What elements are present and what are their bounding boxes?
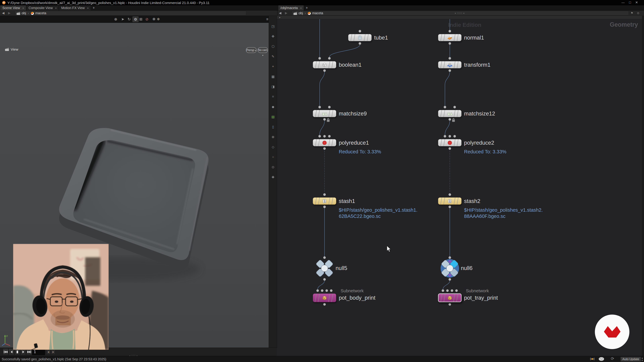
node-tube1[interactable] bbox=[348, 34, 372, 41]
network-scroll-gutter[interactable] bbox=[642, 16, 644, 356]
camera-menu[interactable]: No cam ▾ bbox=[258, 47, 268, 53]
breadcrumb-root[interactable]: obj bbox=[298, 11, 303, 15]
close-tab-icon[interactable]: × bbox=[55, 6, 57, 10]
next-keyframe-button[interactable]: |▸ bbox=[51, 350, 55, 355]
node-label: tube1 bbox=[374, 34, 388, 41]
tube-icon bbox=[357, 35, 363, 40]
titlebar: Y:/Dyne Dropbox/cd/work/dmstk_ai/7_ai_3d… bbox=[0, 0, 644, 5]
node-wing bbox=[453, 294, 461, 302]
persp-menu[interactable]: Persp ▾ bbox=[246, 47, 256, 53]
node-wing bbox=[328, 198, 336, 204]
box-pick-icon[interactable]: ⊞ bbox=[138, 16, 144, 22]
side-tool-icon-8[interactable]: ◆ bbox=[269, 105, 277, 109]
status-message: Successfully saved geo_polishes_v1.hiplc… bbox=[2, 357, 106, 361]
lock-icon bbox=[452, 118, 455, 123]
collapse-icon[interactable]: ▼ bbox=[279, 16, 281, 19]
node-info: 88AAA60F.bgeo.sc bbox=[464, 213, 506, 219]
side-tool-icon-9[interactable]: ▤ bbox=[269, 115, 277, 119]
select-arrow-icon[interactable]: ➤ bbox=[120, 16, 126, 22]
webcam-overlay bbox=[13, 244, 109, 350]
left-breadcrumb[interactable]: obj›maceta bbox=[15, 11, 246, 15]
stash-icon bbox=[322, 198, 327, 204]
node-stash1[interactable] bbox=[313, 197, 336, 205]
side-tool-icon-14[interactable]: ⊙ bbox=[269, 165, 277, 169]
node-null5[interactable] bbox=[314, 258, 335, 279]
node-null6[interactable] bbox=[440, 258, 460, 279]
update-mode-spinner[interactable]: ▲▼ bbox=[641, 357, 643, 362]
close-tab-icon[interactable]: × bbox=[87, 6, 89, 10]
gridsnap-icon[interactable]: ❄ bbox=[155, 16, 161, 22]
bottom-grip[interactable]: ▴ ⁞⁞⁞⁞⁞⁞ ▴ bbox=[130, 355, 144, 356]
channel-logo bbox=[594, 314, 630, 350]
import-icon[interactable]: ⊕ bbox=[113, 16, 119, 22]
node-boolean1[interactable] bbox=[313, 61, 336, 68]
node-wing bbox=[348, 34, 356, 41]
node-matchsize9[interactable] bbox=[313, 110, 336, 117]
close-tab-icon[interactable]: × bbox=[22, 6, 24, 10]
pane-divider-toolbar: ◳✥⬡✎⌖▦◨⌗◆▤▯⊗◇○⊙✚ bbox=[269, 16, 277, 356]
side-tool-icon-3[interactable]: ✎ bbox=[269, 54, 277, 58]
axis-gizmo: y bbox=[1, 333, 15, 347]
node-type-label: Subnetwork bbox=[466, 288, 489, 294]
forward-icon[interactable]: ▶ bbox=[8, 11, 10, 15]
side-tool-icon-13[interactable]: ○ bbox=[269, 155, 277, 159]
tab-scene-view[interactable]: Scene View× bbox=[0, 5, 26, 10]
auto-update-button[interactable]: Auto Update bbox=[620, 357, 641, 362]
prev-keyframe-button[interactable]: ◂| bbox=[46, 350, 51, 355]
node-polyreduce1[interactable] bbox=[313, 139, 336, 146]
side-tool-icon-0[interactable]: ◳ bbox=[269, 24, 277, 28]
flag-icon[interactable]: ⚑ bbox=[631, 11, 633, 15]
breadcrumb-root[interactable]: obj bbox=[22, 11, 26, 15]
view-swirl-icon[interactable]: ↻ bbox=[126, 16, 132, 22]
obj-icon bbox=[16, 11, 21, 15]
pane-grip[interactable]: ▾ ⁞⁞⁞⁞⁞⁞ ▾ bbox=[455, 12, 468, 14]
node-normal1[interactable] bbox=[438, 34, 462, 41]
handles-icon[interactable]: ⚙ bbox=[132, 16, 138, 22]
tab-composite-view[interactable]: Composite View× bbox=[26, 5, 59, 10]
pin-icon[interactable]: ⊙ bbox=[637, 11, 639, 15]
refresh-icon[interactable]: ⟳ bbox=[611, 356, 614, 361]
side-tool-icon-15[interactable]: ✚ bbox=[269, 175, 277, 179]
tab-obj-maceta[interactable]: /obj/maceta× bbox=[278, 5, 304, 10]
side-tool-icon-11[interactable]: ⊗ bbox=[269, 135, 277, 139]
side-tool-icon-4[interactable]: ⌖ bbox=[269, 64, 277, 68]
side-tool-icon-12[interactable]: ◇ bbox=[269, 145, 277, 149]
snap-off-icon[interactable]: ⊘ bbox=[144, 16, 150, 22]
back-icon[interactable]: ◀ bbox=[2, 11, 4, 15]
node-pot_body_print[interactable] bbox=[313, 294, 336, 302]
lock-icon bbox=[326, 118, 330, 123]
pane-tab-row: Scene View×Composite View×Motion FX View… bbox=[0, 5, 644, 10]
breadcrumb-node[interactable]: maceta bbox=[312, 11, 323, 15]
node-pot_tray_print[interactable] bbox=[438, 294, 462, 302]
network-activity-icon[interactable] bbox=[589, 357, 596, 362]
node-polyreduce2[interactable] bbox=[438, 139, 462, 146]
new-tab-button[interactable]: + bbox=[304, 5, 309, 10]
breadcrumb-node[interactable]: maceta bbox=[35, 11, 46, 15]
window-controls[interactable]: —□✕ bbox=[622, 0, 642, 4]
node-wing bbox=[328, 61, 336, 68]
tab-motion-fx-view[interactable]: Motion FX View× bbox=[59, 5, 91, 10]
node-wing bbox=[328, 110, 336, 117]
close-tab-icon[interactable]: × bbox=[300, 6, 302, 10]
status-bar: Successfully saved geo_polishes_v1.hiplc… bbox=[0, 356, 644, 362]
forward-icon[interactable]: ▶ bbox=[285, 11, 288, 15]
node-wing bbox=[328, 139, 336, 146]
brain-icon[interactable] bbox=[598, 357, 605, 362]
breadcrumb-separator: › bbox=[28, 11, 29, 15]
node-stash2[interactable] bbox=[438, 197, 462, 205]
node-transform1[interactable] bbox=[438, 61, 462, 68]
side-tool-icon-10[interactable]: ▯ bbox=[269, 125, 277, 129]
node-matchsize12[interactable] bbox=[438, 110, 462, 117]
back-icon[interactable]: ◀ bbox=[279, 11, 282, 15]
node-wing bbox=[454, 61, 461, 68]
side-tool-icon-2[interactable]: ⬡ bbox=[269, 44, 277, 48]
close-icon: ✕ bbox=[635, 1, 642, 4]
side-tool-icon-5[interactable]: ▦ bbox=[269, 75, 277, 79]
go-to-start-button[interactable] bbox=[3, 349, 8, 356]
node-wing bbox=[438, 294, 446, 302]
side-tool-icon-7[interactable]: ⌗ bbox=[269, 95, 277, 98]
node-wing bbox=[438, 61, 446, 68]
new-tab-button[interactable]: + bbox=[91, 5, 96, 10]
side-tool-icon-1[interactable]: ✥ bbox=[269, 34, 277, 38]
side-tool-icon-6[interactable]: ◨ bbox=[269, 85, 277, 89]
